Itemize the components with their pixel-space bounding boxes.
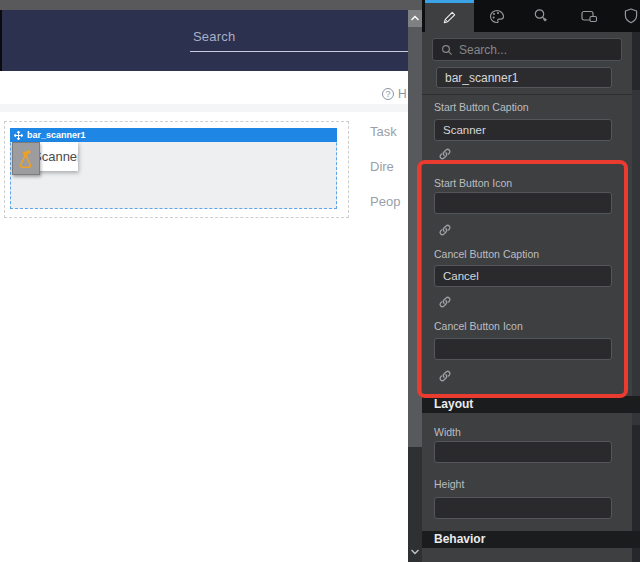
palette-icon [489, 9, 505, 24]
tab-properties[interactable] [425, 0, 474, 32]
tab-styling[interactable] [475, 0, 519, 32]
canvas-text-tasks[interactable]: Task [370, 124, 408, 139]
canvas-help-link[interactable]: ? H [382, 87, 407, 101]
help-link-label: H [398, 87, 407, 101]
start-button-caption-label: Start Button Caption [434, 101, 529, 113]
canvas-text-directory[interactable]: Dire [370, 159, 408, 174]
height-label: Height [434, 478, 464, 490]
panel-search-input[interactable] [459, 43, 614, 57]
start-button-icon-label: Start Button Icon [434, 177, 512, 189]
cancel-button-caption-label: Cancel Button Caption [434, 248, 539, 260]
app-window: Search ? H bar_scanner1 [0, 0, 640, 562]
width-input[interactable] [434, 441, 612, 463]
search-icon [441, 44, 453, 56]
chain-link-icon[interactable] [438, 294, 454, 309]
panel-divider [422, 94, 632, 95]
section-header-behavior[interactable]: Behavior [422, 531, 640, 548]
tab-security[interactable] [611, 0, 640, 32]
cancel-button-caption-input[interactable] [434, 265, 612, 287]
widget-selection-titlebar[interactable]: bar_scanner1 [10, 128, 337, 142]
widget-title-label: bar_scanner1 [27, 130, 86, 140]
start-button-caption-input[interactable] [434, 119, 612, 141]
camera-icon [581, 10, 598, 23]
question-circle-icon: ? [382, 88, 394, 100]
window-top-strip [0, 0, 422, 10]
width-label: Width [434, 426, 461, 438]
cancel-button-icon-label: Cancel Button Icon [434, 320, 523, 332]
panel-scrollbar-thumb[interactable] [632, 90, 640, 425]
pencil-icon [442, 10, 457, 25]
move-arrows-icon[interactable] [14, 131, 23, 140]
flask-icon [12, 142, 40, 175]
panel-tab-bar [422, 0, 640, 32]
canvas-scrollbar-thumb[interactable] [408, 27, 422, 447]
tab-device-preview[interactable] [567, 0, 611, 32]
canvas-header-search-field[interactable]: Search [193, 29, 235, 44]
shield-icon [624, 8, 638, 24]
chain-link-icon[interactable] [438, 146, 454, 161]
scroll-up-button[interactable] [408, 10, 422, 27]
selected-widget-bar-scanner[interactable]: bar_scanner1 Scanner [10, 128, 337, 209]
scroll-down-button[interactable] [408, 545, 422, 557]
tab-find-usages[interactable] [519, 0, 563, 32]
canvas-row-divider [0, 104, 408, 112]
header-left-edge [0, 10, 2, 71]
chain-link-icon[interactable] [438, 222, 454, 237]
widget-name-input[interactable] [436, 67, 612, 88]
design-canvas[interactable]: ? H bar_scanner1 Scanner [0, 71, 408, 562]
section-header-layout[interactable]: Layout [422, 396, 640, 413]
chain-link-icon[interactable] [438, 368, 454, 383]
canvas-scrollbar[interactable] [408, 10, 422, 562]
widget-button-preview[interactable]: Scanner [12, 142, 78, 171]
start-button-icon-input[interactable] [434, 192, 612, 214]
cancel-button-icon-input[interactable] [434, 338, 612, 360]
canvas-text-people[interactable]: Peop [370, 194, 408, 209]
height-input[interactable] [434, 497, 612, 519]
panel-search-box[interactable] [432, 38, 622, 61]
properties-panel: Start Button Caption Start Button Icon C… [422, 0, 640, 562]
magnifier-star-icon [533, 8, 549, 24]
canvas-header-search-underline [190, 51, 408, 52]
